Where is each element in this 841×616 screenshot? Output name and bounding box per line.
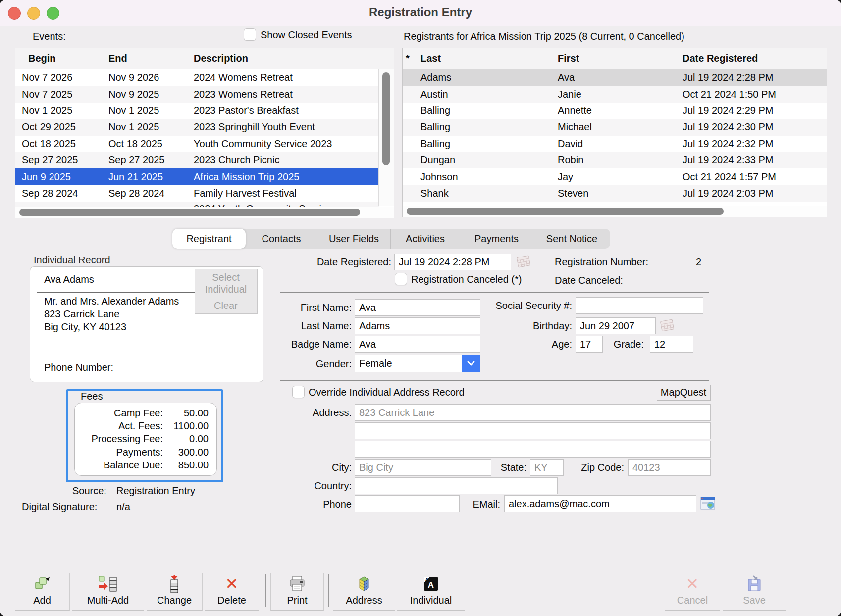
digital-signature-value: n/a — [116, 501, 130, 513]
multi-add-button[interactable]: Multi-Add — [72, 573, 144, 611]
registrants-horizontal-scrollbar[interactable] — [403, 206, 827, 217]
ssn-input[interactable] — [576, 297, 703, 314]
add-button[interactable]: Add — [15, 573, 70, 611]
gender-dropdown-button[interactable] — [462, 355, 480, 372]
events-col-begin[interactable]: Begin — [15, 48, 102, 69]
individual-address-line1: Mr. and Mrs. Alexander Adams — [44, 296, 179, 307]
calendar-icon[interactable] — [516, 255, 531, 268]
fee-row: Balance Due:850.00 — [75, 460, 216, 471]
events-horizontal-scrollbar[interactable] — [15, 207, 394, 218]
event-row[interactable]: Nov 7 2025 Nov 9 2025 2023 Womens Retrea… — [15, 86, 379, 102]
registration-canceled-checkbox[interactable] — [395, 273, 407, 285]
registrants-col-first[interactable]: First — [551, 48, 676, 69]
event-row-partial[interactable]: 2024 Youth Community Servi — [15, 202, 379, 207]
birthday-label: Birthday: — [533, 320, 572, 332]
show-closed-events-label: Show Closed Events — [261, 29, 352, 41]
registrant-row[interactable]: Johnson Jay Oct 21 2024 1:57 PM — [403, 168, 827, 185]
delete-button[interactable]: ✕ Delete — [205, 573, 259, 611]
age-input[interactable] — [576, 336, 603, 353]
print-button[interactable]: Print — [270, 573, 324, 611]
email-client-icon[interactable] — [700, 497, 715, 510]
event-end: Nov 1 2025 — [102, 119, 187, 135]
phone-input[interactable] — [355, 495, 460, 512]
save-button[interactable]: Save — [723, 573, 786, 611]
event-row[interactable]: Nov 7 2026 Nov 9 2026 2024 Womens Retrea… — [15, 69, 379, 86]
address-label: Address: — [313, 407, 352, 418]
registrant-row[interactable]: Balling David Jul 19 2024 2:32 PM — [403, 136, 827, 152]
event-row[interactable]: Sep 27 2025 Sep 27 2025 2023 Church Picn… — [15, 152, 379, 168]
city-input[interactable] — [355, 459, 491, 476]
tab-activities[interactable]: Activities — [390, 229, 460, 249]
registrant-last: Austin — [414, 86, 551, 102]
registration-entry-window: Registration Entry Events: Show Closed E… — [0, 0, 841, 616]
date-registered-input[interactable] — [394, 254, 511, 270]
events-hscroll-thumb[interactable] — [19, 209, 360, 216]
clear-individual-button[interactable]: Clear — [195, 298, 258, 314]
registrant-date: Oct 21 2024 1:57 PM — [676, 168, 827, 185]
event-description: 2024 Womens Retreat — [187, 69, 379, 86]
chevron-down-icon — [467, 361, 475, 366]
event-end: Nov 9 2025 — [102, 86, 187, 102]
registrants-col-last[interactable]: Last — [414, 48, 551, 69]
grade-input[interactable] — [650, 336, 693, 353]
title-bar: Registration Entry — [0, 0, 841, 26]
birthday-calendar-icon[interactable] — [660, 318, 675, 332]
tab-payments[interactable]: Payments — [460, 229, 533, 249]
event-row[interactable]: Oct 29 2025 Nov 1 2025 2023 Springhill Y… — [15, 119, 379, 135]
fees-box[interactable]: Camp Fee:50.00 Act. Fees:1100.00 Process… — [74, 403, 217, 476]
event-row-selected[interactable]: Jun 9 2025 Jun 21 2025 Africa Mission Tr… — [15, 168, 379, 185]
gender-value: Female — [355, 355, 462, 372]
events-vertical-scrollbar[interactable] — [378, 69, 394, 206]
registrant-row[interactable]: Dungan Robin Jul 19 2024 2:33 PM — [403, 152, 827, 168]
events-vscroll-thumb[interactable] — [382, 72, 390, 165]
event-begin: Sep 27 2025 — [15, 152, 102, 168]
last-name-input[interactable] — [355, 317, 480, 334]
tab-registrant[interactable]: Registrant — [172, 229, 246, 249]
events-col-end[interactable]: End — [102, 48, 187, 69]
first-name-input[interactable] — [355, 299, 480, 316]
zip-code-input[interactable] — [628, 459, 711, 476]
registrants-title: Registrants for Africa Mission Trip 2025… — [404, 31, 684, 42]
event-end: Sep 27 2025 — [102, 152, 187, 168]
gender-select[interactable]: Female — [355, 355, 480, 372]
override-address-label: Override Individual Address Record — [309, 387, 465, 398]
individual-button[interactable]: AA Individual — [397, 573, 465, 611]
registrant-row-selected[interactable]: Adams Ava Jul 19 2024 2:28 PM — [403, 69, 827, 86]
tab-user-fields[interactable]: User Fields — [317, 229, 390, 249]
registrant-row[interactable]: Shank Steven Jul 19 2024 2:03 PM — [403, 185, 827, 202]
registrant-row[interactable]: Austin Janie Oct 21 2024 1:50 PM — [403, 86, 827, 102]
state-input[interactable] — [530, 459, 564, 476]
event-row[interactable]: Nov 1 2025 Nov 1 2025 2023 Pastor's Brea… — [15, 103, 379, 119]
address-cube-icon — [356, 573, 372, 594]
events-table-header: Begin End Description — [15, 48, 394, 69]
address-line2-input[interactable] — [355, 422, 711, 439]
override-address-checkbox[interactable] — [292, 386, 305, 398]
change-button[interactable]: Change — [147, 573, 203, 611]
badge-name-input[interactable] — [355, 336, 480, 353]
registrant-last: Balling — [414, 136, 551, 152]
address-button[interactable]: Address — [333, 573, 395, 611]
country-input[interactable] — [355, 477, 558, 494]
fee-value: 1100.00 — [163, 420, 216, 432]
birthday-input[interactable] — [576, 317, 656, 334]
cancel-button[interactable]: ✕ Cancel — [665, 573, 720, 611]
event-row[interactable]: Oct 18 2025 Oct 18 2025 Youth Community … — [15, 136, 379, 152]
select-individual-button[interactable]: Select Individual — [195, 269, 258, 298]
events-col-description[interactable]: Description — [187, 48, 379, 69]
registrants-col-date[interactable]: Date Registered — [676, 48, 827, 69]
ssn-label: Social Security #: — [495, 300, 572, 311]
tab-contacts[interactable]: Contacts — [246, 229, 317, 249]
registration-number-value: 2 — [696, 257, 701, 268]
registrants-hscroll-thumb[interactable] — [407, 208, 724, 215]
registrant-row[interactable]: Balling Annette Jul 19 2024 2:29 PM — [403, 103, 827, 119]
event-row[interactable]: Sep 28 2024 Sep 28 2024 Family Harvest F… — [15, 185, 379, 202]
show-closed-events-checkbox[interactable] — [244, 28, 256, 41]
address-line1-input[interactable] — [355, 404, 711, 421]
mapquest-button[interactable]: MapQuest — [657, 385, 711, 401]
email-input[interactable] — [504, 495, 696, 512]
tab-sent-notice[interactable]: Sent Notice — [533, 229, 610, 249]
address-line3-input[interactable] — [355, 441, 711, 458]
registrants-col-star[interactable]: * — [403, 48, 414, 69]
event-begin: Nov 7 2025 — [15, 86, 102, 102]
registrant-row[interactable]: Balling Michael Jul 19 2024 2:30 PM — [403, 119, 827, 135]
